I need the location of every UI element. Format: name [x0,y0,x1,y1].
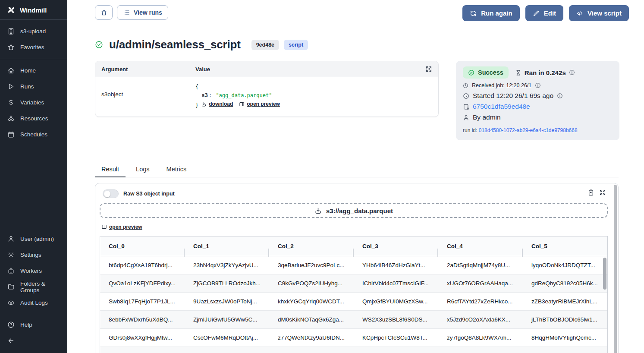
gear-icon [7,251,15,258]
panel-preview-icon [239,101,245,107]
run-id-label: run id: [463,127,477,133]
table-cell: jLThBTbOBJODlc65lw1... [523,316,607,323]
sidebar-item-label: Resources [20,115,48,122]
s3-file-download-button[interactable]: s3://agg_data.parquet [100,203,608,218]
open-preview-link[interactable]: open preview [239,100,280,109]
sidebar-item-resources[interactable]: Resources [0,110,67,126]
table-row: QvOa1oLzKFjYDFPdlxy...ZjGCOB9TLLROdzoJkh… [100,274,607,293]
table-cell: zy7fgoQ8A8Lk9WXAm... [438,334,523,341]
job-hash-link[interactable]: 6750c1dfa59ed48e [473,103,530,110]
folder-icon [7,283,15,290]
view-runs-button[interactable]: View runs [117,5,168,20]
result-tabs: ResultLogsMetrics [95,162,619,177]
tab-logs[interactable]: Logs [129,162,156,177]
table-cell: khxkYGCqYrlq00WCDT... [269,298,354,305]
sidebar-item-help[interactable]: Help [0,317,67,333]
sidebar-item-runs[interactable]: Runs [0,79,67,95]
run-author-row: By admin [463,113,613,121]
argument-row: s3object { s3: "agg_data.parquet" } down… [95,77,438,117]
table-row: GDrs0j8wXXgfHgjjMtw...CscOFwM6MRqDOttAj.… [100,329,607,347]
expand-result-icon[interactable] [599,189,606,196]
sidebar-item-home[interactable]: Home [0,63,67,79]
raw-s3-toggle[interactable] [103,189,119,198]
json-brace: } [195,102,198,108]
delete-button[interactable] [95,5,113,20]
clock-icon [463,83,468,88]
info-icon[interactable] [569,69,575,76]
edit-button[interactable]: Edit [525,5,563,21]
sidebar-item-variables[interactable]: Variables [0,95,67,110]
info-icon[interactable] [557,93,563,99]
list-icon [123,9,130,16]
script-hash-badge: 9ed48e [251,40,279,50]
open-preview-link[interactable]: open preview [101,224,142,230]
dollar-icon [7,99,15,106]
run-duration-text: Ran in 0.242s [525,69,566,76]
robot-icon [7,267,15,274]
argument-value-json: { s3: "agg_data.parquet" } download open… [195,83,280,110]
pencil-icon [533,10,540,17]
sidebar-item-settings[interactable]: Settings [0,247,67,263]
panel-preview-icon [101,224,107,230]
tab-metrics[interactable]: Metrics [160,162,193,177]
table-cell: bt6dp4CgXsA19T6hdrj... [100,262,185,268]
hourglass-icon [515,69,521,76]
open-preview-label: open preview [109,224,142,230]
tab-result[interactable]: Result [95,162,126,177]
sidebar-item-label: Audit Logs [20,299,48,306]
sidebar-item-favorites[interactable]: Favorites [0,39,67,55]
table-cell: 8ebbFxWDxrh5uXdBQ... [100,316,185,323]
table-cell: x5Jzd9cO2oXAxla6KX... [438,316,523,323]
argument-column-header: Argument [101,66,195,72]
clock-icon [463,93,469,99]
sidebar-item-folders-groups[interactable]: Folders & Groups [0,279,67,295]
column-header-col_2: Col_2 [269,243,354,249]
view-script-label: View script [587,9,622,17]
app-brand[interactable]: Windmill [0,0,67,19]
sidebar-item-audit-logs[interactable]: Audit Logs [0,295,67,311]
json-brace: { [195,84,198,90]
sidebar-item-label: Runs [20,83,34,90]
sidebar-menu-group: HomeRunsVariablesResourcesSchedules [0,59,67,146]
script-type-badge: script [284,40,308,50]
table-row: bt6dp4CgXsA19T6hdrj...23hN4qxV3jZkYyAzjv… [100,256,607,274]
sidebar-item-workers[interactable]: Workers [0,263,67,279]
argument-name: s3object [101,83,195,110]
column-header-col_0: Col_0 [100,243,185,249]
result-panel-scrollbar[interactable] [614,185,617,353]
sidebar-item-user-admin[interactable]: User (admin) [0,231,67,247]
table-cell: KCpHpcTCIcSCu1W8T... [354,334,438,341]
run-status-card: Success Ran in 0.242s Received job: 12:2… [456,61,619,140]
table-cell: z77QWeNtXzy9aU6IDN... [269,334,354,341]
started-text: Started 12:20 26/1 69s ago [473,92,553,100]
run-duration: Ran in 0.242s [515,69,575,76]
view-script-button[interactable]: View script [569,5,629,21]
user-icon [463,114,469,121]
table-cell: 3qeBarlueJF2uvc9PoLc... [269,262,354,268]
copy-to-clipboard-icon[interactable] [587,189,594,196]
sidebar-item-label: Variables [20,99,44,106]
table-cell: xUGOt76ORGrAAHaqa... [438,280,523,287]
json-colon: : [208,92,213,98]
boxes-icon [7,115,15,122]
title-row: u/admin/seamless_script 9ed48e script [95,38,629,51]
sidebar-help-group: Help [0,314,67,353]
table-row: Swb8Iq17FqHjoT7P1JL...9UazLsxzsJW0oPToNj… [100,293,607,311]
info-icon[interactable] [535,82,541,88]
toolbar: View runs Run again Edit View script [95,5,629,21]
run-again-button[interactable]: Run again [462,5,520,21]
table-cell: IChirVbid4c07TmscIGIF... [354,280,438,287]
value-column-header: Value [195,66,425,72]
sidebar-item-s3-upload[interactable]: s3-upload [0,23,67,39]
sidebar-item-label: Settings [20,252,41,258]
sidebar-item-label: s3-upload [20,28,46,35]
table-cell: zZB3eatyrRiBMEJrXlhL... [523,298,607,305]
download-link[interactable]: download [201,100,233,109]
run-id-link[interactable]: 018d4580-1072-ab29-e6a4-c1de9798b668 [479,127,578,133]
table-scrollbar[interactable] [603,258,606,290]
table-cell: gdReQhyC8192c05H6k... [523,280,607,287]
expand-args-icon[interactable] [425,66,432,72]
sidebar-item-schedules[interactable]: Schedules [0,126,67,142]
json-string-value: "agg_data.parquet" [216,92,272,98]
collapse-sidebar-button[interactable] [0,333,67,349]
